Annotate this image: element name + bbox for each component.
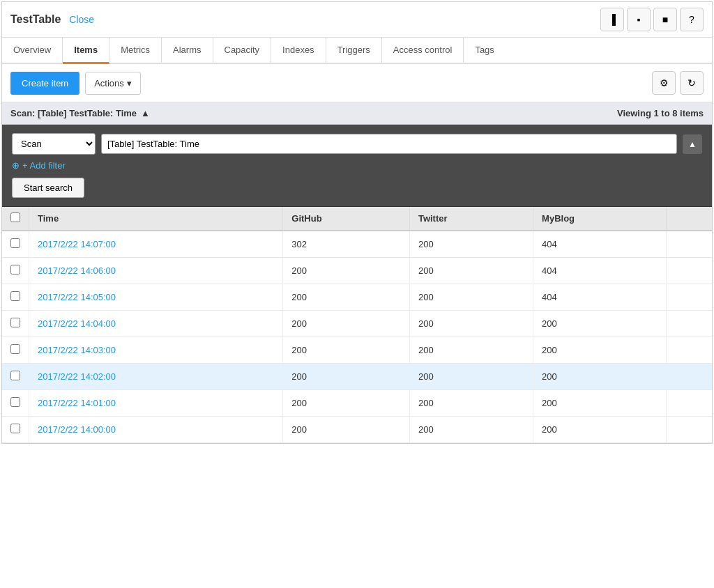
refresh-icon: ↻: [688, 77, 696, 88]
time-link[interactable]: 2017/2/22 14:03:00: [38, 345, 116, 355]
search-row: Scan Query ▲: [12, 133, 702, 155]
time-link[interactable]: 2017/2/22 14:00:00: [38, 424, 116, 435]
table-row: 2017/2/22 14:06:00 200 200 404: [2, 258, 712, 284]
cell-time: 2017/2/22 14:05:00: [29, 284, 283, 311]
time-link[interactable]: 2017/2/22 14:02:00: [38, 371, 116, 382]
row-checkbox[interactable]: [10, 371, 20, 380]
close-link[interactable]: Close: [69, 14, 94, 25]
row-checkbox[interactable]: [10, 265, 20, 274]
cell-time: 2017/2/22 14:07:00: [29, 231, 283, 258]
row-checkbox[interactable]: [10, 238, 20, 248]
header-icons: ▐ ▪ ■ ?: [600, 8, 704, 31]
header-left: TestTable Close: [10, 13, 94, 26]
app-title: TestTable: [10, 13, 61, 26]
select-all-checkbox[interactable]: [10, 212, 20, 222]
table-row: 2017/2/22 14:03:00 200 200 200: [2, 337, 712, 364]
cell-time: 2017/2/22 14:04:00: [29, 311, 283, 337]
th-myblog: MyBlog: [533, 207, 667, 231]
cell-time: 2017/2/22 14:00:00: [29, 417, 283, 443]
table-row: 2017/2/22 14:02:00 200 200 200: [2, 364, 712, 390]
toolbar-left: Create item Actions ▾: [10, 72, 141, 95]
row-checkbox-cell: [2, 258, 29, 284]
cell-myblog: 200: [533, 390, 667, 417]
cell-github: 200: [283, 258, 410, 284]
gear-icon: ⚙: [660, 77, 669, 88]
row-checkbox[interactable]: [10, 291, 20, 301]
tab-tags[interactable]: Tags: [464, 38, 505, 64]
save-button[interactable]: ▪: [627, 8, 651, 31]
row-checkbox-cell: [2, 231, 29, 258]
row-checkbox-cell: [2, 337, 29, 364]
header: TestTable Close ▐ ▪ ■ ?: [2, 2, 712, 38]
cell-myblog: 200: [533, 337, 667, 364]
add-filter-button[interactable]: ⊕ + Add filter: [12, 160, 702, 171]
time-link[interactable]: 2017/2/22 14:05:00: [38, 292, 116, 302]
start-search-button[interactable]: Start search: [12, 178, 84, 198]
cell-myblog: 200: [533, 311, 667, 337]
toolbar: Create item Actions ▾ ⚙ ↻: [2, 64, 712, 102]
tab-capacity[interactable]: Capacity: [213, 38, 272, 64]
stop-button[interactable]: ■: [653, 8, 677, 31]
toolbar-right: ⚙ ↻: [652, 71, 704, 95]
help-button[interactable]: ?: [680, 8, 704, 31]
cell-twitter: 200: [409, 284, 533, 311]
scan-title[interactable]: Scan: [Table] TestTable: Time ▲: [10, 108, 150, 118]
table-name-input[interactable]: [101, 134, 677, 154]
actions-button[interactable]: Actions ▾: [85, 72, 141, 95]
table-row: 2017/2/22 14:00:00 200 200 200: [2, 417, 712, 443]
row-checkbox[interactable]: [10, 424, 20, 433]
cell-github: 302: [283, 231, 410, 258]
table-row: 2017/2/22 14:01:00 200 200 200: [2, 390, 712, 417]
th-github: GitHub: [283, 207, 410, 231]
scan-bar: Scan: [Table] TestTable: Time ▲ Viewing …: [2, 102, 712, 125]
settings-button[interactable]: ⚙: [652, 71, 676, 95]
tab-alarms[interactable]: Alarms: [162, 38, 213, 64]
actions-chevron-icon: ▾: [127, 78, 132, 88]
scan-title-text: Scan: [Table] TestTable: Time: [10, 108, 137, 118]
table-header-row: Time GitHub Twitter MyBlog: [2, 207, 712, 231]
tab-metrics[interactable]: Metrics: [109, 38, 162, 64]
cell-github: 200: [283, 337, 410, 364]
cell-time: 2017/2/22 14:03:00: [29, 337, 283, 364]
cell-github: 200: [283, 390, 410, 417]
cell-github: 200: [283, 364, 410, 390]
cell-extra: [667, 337, 712, 364]
cell-twitter: 200: [409, 231, 533, 258]
time-link[interactable]: 2017/2/22 14:07:00: [38, 239, 116, 249]
time-link[interactable]: 2017/2/22 14:06:00: [38, 265, 116, 276]
panel-toggle-button[interactable]: ▐: [600, 8, 624, 31]
cell-extra: [667, 231, 712, 258]
tab-triggers[interactable]: Triggers: [326, 38, 382, 64]
table-container: Time GitHub Twitter MyBlog 2017/2/22 14:…: [2, 207, 712, 443]
cell-myblog: 404: [533, 258, 667, 284]
scan-type-select[interactable]: Scan Query: [12, 133, 96, 155]
row-checkbox-cell: [2, 364, 29, 390]
create-item-button[interactable]: Create item: [10, 72, 79, 95]
row-checkbox[interactable]: [10, 397, 20, 407]
cell-extra: [667, 417, 712, 443]
table-row: 2017/2/22 14:04:00 200 200 200: [2, 311, 712, 337]
row-checkbox[interactable]: [10, 318, 20, 327]
row-checkbox[interactable]: [10, 344, 20, 354]
add-filter-label: + Add filter: [22, 160, 66, 171]
th-time: Time: [29, 207, 283, 231]
cell-twitter: 200: [409, 417, 533, 443]
cell-time: 2017/2/22 14:06:00: [29, 258, 283, 284]
th-extra: [667, 207, 712, 231]
cell-extra: [667, 258, 712, 284]
row-checkbox-cell: [2, 311, 29, 337]
scan-chevron-icon: ▲: [141, 108, 150, 118]
tab-overview[interactable]: Overview: [2, 38, 63, 64]
cell-myblog: 200: [533, 417, 667, 443]
tab-access-control[interactable]: Access control: [382, 38, 464, 64]
main-container: TestTable Close ▐ ▪ ■ ? Overview Items M…: [1, 1, 713, 444]
refresh-button[interactable]: ↻: [680, 71, 704, 95]
collapse-panel-button[interactable]: ▲: [683, 134, 702, 154]
tab-indexes[interactable]: Indexes: [271, 38, 326, 64]
table-body: 2017/2/22 14:07:00 302 200 404 2017/2/22…: [2, 231, 712, 443]
tab-items[interactable]: Items: [63, 38, 109, 64]
time-link[interactable]: 2017/2/22 14:04:00: [38, 318, 116, 329]
time-link[interactable]: 2017/2/22 14:01:00: [38, 398, 116, 408]
cell-github: 200: [283, 284, 410, 311]
cell-github: 200: [283, 417, 410, 443]
